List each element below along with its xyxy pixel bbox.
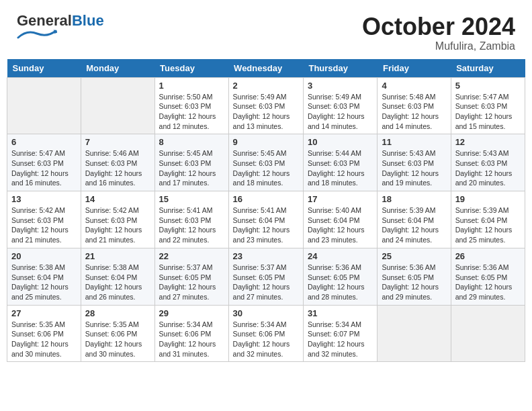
calendar-cell: 16Sunrise: 5:41 AM Sunset: 6:04 PM Dayli… <box>228 191 303 248</box>
logo-text: GeneralBlue <box>17 13 104 28</box>
col-header-wednesday: Wednesday <box>228 59 303 78</box>
calendar-cell: 2Sunrise: 5:49 AM Sunset: 6:03 PM Daylig… <box>228 77 303 134</box>
day-info: Sunrise: 5:34 AM Sunset: 6:06 PM Dayligh… <box>159 320 224 359</box>
day-number: 1 <box>159 81 224 91</box>
calendar-cell: 6Sunrise: 5:47 AM Sunset: 6:03 PM Daylig… <box>7 134 81 191</box>
month-title: October 2024 <box>362 13 515 40</box>
day-number: 10 <box>308 137 373 147</box>
calendar-cell: 29Sunrise: 5:34 AM Sunset: 6:06 PM Dayli… <box>154 305 228 362</box>
day-info: Sunrise: 5:47 AM Sunset: 6:03 PM Dayligh… <box>455 92 521 132</box>
day-info: Sunrise: 5:49 AM Sunset: 6:03 PM Dayligh… <box>308 92 373 132</box>
calendar-cell: 12Sunrise: 5:43 AM Sunset: 6:03 PM Dayli… <box>451 134 525 191</box>
day-info: Sunrise: 5:48 AM Sunset: 6:03 PM Dayligh… <box>382 92 446 132</box>
day-number: 23 <box>233 251 299 261</box>
day-info: Sunrise: 5:41 AM Sunset: 6:03 PM Dayligh… <box>159 205 224 245</box>
day-number: 25 <box>382 251 446 261</box>
day-number: 27 <box>11 308 77 318</box>
day-number: 24 <box>308 251 373 261</box>
day-number: 2 <box>233 81 299 91</box>
day-number: 26 <box>455 251 521 261</box>
location: Mufulira, Zambia <box>362 40 515 52</box>
day-info: Sunrise: 5:42 AM Sunset: 6:03 PM Dayligh… <box>85 205 150 245</box>
day-number: 5 <box>455 81 521 91</box>
logo: GeneralBlue <box>17 13 104 43</box>
day-info: Sunrise: 5:45 AM Sunset: 6:03 PM Dayligh… <box>233 148 299 188</box>
day-info: Sunrise: 5:36 AM Sunset: 6:05 PM Dayligh… <box>455 263 521 302</box>
day-info: Sunrise: 5:39 AM Sunset: 6:04 PM Dayligh… <box>382 205 446 245</box>
day-number: 11 <box>382 137 446 147</box>
day-info: Sunrise: 5:38 AM Sunset: 6:04 PM Dayligh… <box>85 263 150 302</box>
calendar-week-2: 6Sunrise: 5:47 AM Sunset: 6:03 PM Daylig… <box>7 134 525 191</box>
day-info: Sunrise: 5:46 AM Sunset: 6:03 PM Dayligh… <box>85 148 150 188</box>
day-number: 17 <box>308 194 373 204</box>
calendar-cell: 23Sunrise: 5:37 AM Sunset: 6:05 PM Dayli… <box>228 248 303 305</box>
day-info: Sunrise: 5:36 AM Sunset: 6:05 PM Dayligh… <box>382 263 446 302</box>
day-number: 7 <box>85 137 150 147</box>
calendar-cell: 27Sunrise: 5:35 AM Sunset: 6:06 PM Dayli… <box>7 305 81 362</box>
calendar-cell: 10Sunrise: 5:44 AM Sunset: 6:03 PM Dayli… <box>303 134 377 191</box>
day-info: Sunrise: 5:37 AM Sunset: 6:05 PM Dayligh… <box>233 263 299 302</box>
calendar-cell: 3Sunrise: 5:49 AM Sunset: 6:03 PM Daylig… <box>303 77 377 134</box>
day-number: 28 <box>85 308 150 318</box>
calendar-cell: 22Sunrise: 5:37 AM Sunset: 6:05 PM Dayli… <box>154 248 228 305</box>
day-info: Sunrise: 5:39 AM Sunset: 6:04 PM Dayligh… <box>455 205 521 245</box>
day-info: Sunrise: 5:36 AM Sunset: 6:05 PM Dayligh… <box>308 263 373 302</box>
calendar-cell <box>81 77 154 134</box>
day-number: 30 <box>233 308 299 318</box>
col-header-sunday: Sunday <box>7 59 81 78</box>
calendar-header-row: SundayMondayTuesdayWednesdayThursdayFrid… <box>7 59 525 78</box>
calendar-table: SundayMondayTuesdayWednesdayThursdayFrid… <box>7 59 525 363</box>
calendar-week-4: 20Sunrise: 5:38 AM Sunset: 6:04 PM Dayli… <box>7 248 525 305</box>
calendar-cell <box>7 77 81 134</box>
col-header-thursday: Thursday <box>303 59 377 78</box>
calendar-cell: 20Sunrise: 5:38 AM Sunset: 6:04 PM Dayli… <box>7 248 81 305</box>
day-info: Sunrise: 5:45 AM Sunset: 6:03 PM Dayligh… <box>159 148 224 188</box>
calendar-cell: 5Sunrise: 5:47 AM Sunset: 6:03 PM Daylig… <box>451 77 525 134</box>
day-info: Sunrise: 5:34 AM Sunset: 6:07 PM Dayligh… <box>308 320 373 359</box>
day-number: 3 <box>308 81 373 91</box>
calendar-cell <box>378 305 451 362</box>
calendar-cell: 26Sunrise: 5:36 AM Sunset: 6:05 PM Dayli… <box>451 248 525 305</box>
day-number: 21 <box>85 251 150 261</box>
calendar-cell: 28Sunrise: 5:35 AM Sunset: 6:06 PM Dayli… <box>81 305 154 362</box>
day-number: 4 <box>382 81 446 91</box>
page-header: GeneralBlue October 2024 Mufulira, Zambi… <box>7 7 525 56</box>
day-info: Sunrise: 5:40 AM Sunset: 6:04 PM Dayligh… <box>308 205 373 245</box>
title-block: October 2024 Mufulira, Zambia <box>362 13 515 52</box>
day-number: 18 <box>382 194 446 204</box>
logo-blue: Blue <box>72 12 104 29</box>
calendar-week-3: 13Sunrise: 5:42 AM Sunset: 6:03 PM Dayli… <box>7 191 525 248</box>
calendar-cell: 7Sunrise: 5:46 AM Sunset: 6:03 PM Daylig… <box>81 134 154 191</box>
day-info: Sunrise: 5:50 AM Sunset: 6:03 PM Dayligh… <box>159 92 224 132</box>
day-number: 8 <box>159 137 224 147</box>
logo-icon <box>17 28 57 40</box>
calendar-cell: 21Sunrise: 5:38 AM Sunset: 6:04 PM Dayli… <box>81 248 154 305</box>
col-header-saturday: Saturday <box>451 59 525 78</box>
day-info: Sunrise: 5:43 AM Sunset: 6:03 PM Dayligh… <box>382 148 446 188</box>
day-number: 15 <box>159 194 224 204</box>
col-header-tuesday: Tuesday <box>154 59 228 78</box>
day-number: 19 <box>455 194 521 204</box>
calendar-cell: 18Sunrise: 5:39 AM Sunset: 6:04 PM Dayli… <box>378 191 451 248</box>
day-info: Sunrise: 5:43 AM Sunset: 6:03 PM Dayligh… <box>455 148 521 188</box>
day-info: Sunrise: 5:38 AM Sunset: 6:04 PM Dayligh… <box>11 263 77 302</box>
day-number: 13 <box>11 194 77 204</box>
day-number: 20 <box>11 251 77 261</box>
day-info: Sunrise: 5:41 AM Sunset: 6:04 PM Dayligh… <box>233 205 299 245</box>
day-info: Sunrise: 5:34 AM Sunset: 6:06 PM Dayligh… <box>233 320 299 359</box>
calendar-cell: 11Sunrise: 5:43 AM Sunset: 6:03 PM Dayli… <box>378 134 451 191</box>
calendar-cell: 19Sunrise: 5:39 AM Sunset: 6:04 PM Dayli… <box>451 191 525 248</box>
calendar-week-5: 27Sunrise: 5:35 AM Sunset: 6:06 PM Dayli… <box>7 305 525 362</box>
calendar-cell: 24Sunrise: 5:36 AM Sunset: 6:05 PM Dayli… <box>303 248 377 305</box>
calendar-cell: 30Sunrise: 5:34 AM Sunset: 6:06 PM Dayli… <box>228 305 303 362</box>
day-number: 22 <box>159 251 224 261</box>
calendar-cell: 17Sunrise: 5:40 AM Sunset: 6:04 PM Dayli… <box>303 191 377 248</box>
calendar-cell: 31Sunrise: 5:34 AM Sunset: 6:07 PM Dayli… <box>303 305 377 362</box>
day-number: 16 <box>233 194 299 204</box>
day-info: Sunrise: 5:44 AM Sunset: 6:03 PM Dayligh… <box>308 148 373 188</box>
day-number: 14 <box>85 194 150 204</box>
calendar-cell: 14Sunrise: 5:42 AM Sunset: 6:03 PM Dayli… <box>81 191 154 248</box>
day-number: 29 <box>159 308 224 318</box>
day-info: Sunrise: 5:47 AM Sunset: 6:03 PM Dayligh… <box>11 148 77 188</box>
day-number: 9 <box>233 137 299 147</box>
